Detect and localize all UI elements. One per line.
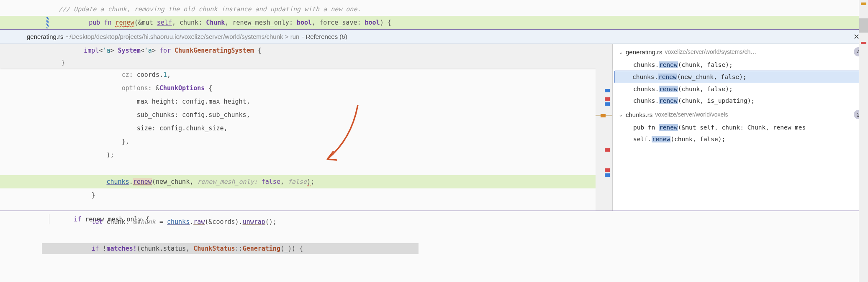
editor-scrollbar[interactable] — [859, 0, 868, 282]
code-line-highlighted-match[interactable]: chunks.renew(new_chunk, renew_mesh_only:… — [0, 175, 612, 188]
type-bool: bool — [297, 19, 312, 26]
keyword-for: for — [159, 47, 175, 54]
type-chunk: Chunk — [206, 19, 225, 26]
code-line[interactable]: if !matches!(chunk.status, ChunkStatus::… — [0, 242, 612, 255]
variant-generating: Generating — [243, 245, 280, 252]
reference-item[interactable]: chunks.renew(chunk, false); — [613, 59, 868, 71]
code-line[interactable]: options: &ChunkOptions { — [0, 81, 612, 95]
marker-error[interactable] — [605, 97, 610, 101]
field-label: cz — [122, 71, 129, 79]
code-line[interactable]: }, — [0, 135, 612, 148]
marker-error[interactable] — [605, 168, 610, 172]
self-param: self — [157, 19, 172, 26]
reference-match-highlight: renew — [658, 74, 677, 80]
reference-text-pre: chunks. — [633, 61, 659, 68]
reference-match-highlight: renew — [659, 61, 678, 68]
struct-field: max_height: config.max_height, — [137, 98, 250, 105]
scroll-marker-warning[interactable] — [861, 3, 866, 5]
reference-group-header[interactable]: ⌄generating.rsvoxelize/server/world/syst… — [613, 44, 868, 59]
punct: ); — [107, 151, 114, 159]
inlay-hint: renew_mesh_only: — [197, 178, 262, 185]
struct-field: size: config.chunk_size, — [137, 124, 228, 132]
call-renew: renew — [133, 178, 152, 185]
definition-preview: /// Update a chunk, removing the old chu… — [0, 0, 868, 29]
keyword-if: if — [91, 245, 99, 252]
ref-mut: &mut — [138, 19, 157, 26]
blank-line[interactable] — [0, 162, 612, 175]
scrollbar-thumb[interactable] — [859, 18, 868, 33]
code-line[interactable]: sub_chunks: config.sub_chunks, — [0, 108, 612, 122]
inlay-hint-type: : &Chunk — [126, 218, 156, 226]
op-not: ! — [99, 245, 106, 252]
reference-item[interactable]: chunks.renew(chunk, false); — [613, 83, 868, 95]
param-sep: , force_save: — [312, 19, 365, 26]
code-body[interactable]: cz: coords.1, options: &ChunkOptions { m… — [0, 68, 612, 255]
punct: . — [190, 218, 193, 226]
punct: }, — [122, 138, 129, 145]
call-unwrap: unwrap — [243, 218, 265, 226]
punct: , — [167, 71, 171, 79]
code-line-signature[interactable]: pub fn renew(&mut self, chunk: Chunk, re… — [0, 16, 868, 29]
reference-group-file: chunks.rs — [626, 111, 652, 118]
reference-item[interactable]: pub fn renew(&mut self, chunk: Chunk, re… — [613, 122, 868, 133]
code-line[interactable]: ); — [0, 148, 612, 162]
punct: = — [156, 218, 167, 226]
references-split: impl<'a> System<'a> for ChunkGeneratingS… — [0, 44, 868, 211]
sticky-scroll-line-1[interactable]: impl<'a> System<'a> for ChunkGeneratingS… — [0, 44, 612, 57]
punct: ; — [311, 178, 314, 185]
minimap-gutter[interactable] — [596, 44, 612, 211]
code-line[interactable]: let chunk: &Chunk = chunks.raw(&coords).… — [0, 215, 612, 229]
bool-false: false — [262, 178, 280, 185]
reference-text-pre: chunks. — [633, 97, 659, 104]
punct: } — [61, 59, 65, 66]
blank-line[interactable] — [0, 202, 612, 215]
punct: { — [205, 84, 212, 92]
marker-warning[interactable] — [601, 114, 606, 117]
field-label: options — [122, 84, 148, 92]
type-chunkoptions: ChunkOptions — [159, 84, 205, 92]
param-sep: , renew_mesh_only: — [225, 19, 297, 26]
call-raw: raw — [193, 218, 205, 226]
args: (chunk.status, — [137, 245, 193, 252]
punct: (); — [265, 218, 277, 226]
punct: > — [152, 47, 159, 54]
type-bool: bool — [365, 19, 380, 26]
reference-match-highlight: renew — [659, 124, 678, 131]
editor-root: /// Update a chunk, removing the old chu… — [0, 0, 868, 282]
type-chunkstatus: ChunkStatus — [193, 245, 235, 252]
scroll-marker-error[interactable] — [861, 42, 866, 44]
punct: ( — [134, 19, 138, 26]
marker-info[interactable] — [605, 89, 610, 92]
punct: . — [129, 178, 133, 185]
keyword-fn: fn — [104, 19, 111, 26]
reference-item[interactable]: self.renew(chunk, false); — [613, 133, 868, 145]
reference-text-post: (&mut self, chunk: Chunk, renew_mes — [678, 124, 806, 131]
punct: :: — [235, 245, 243, 252]
reference-text-post: (chunk, is_updating); — [678, 97, 755, 104]
marker-info[interactable] — [605, 102, 610, 106]
paren-error: ) — [307, 178, 311, 186]
code-line[interactable]: cz: coords.1, — [0, 68, 612, 81]
reference-text-pre: pub fn — [633, 124, 659, 131]
code-line[interactable]: max_height: config.max_height, — [0, 95, 612, 108]
keyword-let: let — [91, 218, 103, 226]
reference-group-path: voxelize/server/world/systems/ch… — [665, 48, 757, 55]
struct-field: sub_chunks: config.sub_chunks, — [137, 111, 250, 119]
param-sep: , chunk: — [172, 19, 206, 26]
reference-group-header[interactable]: ⌄chunks.rsvoxelize/server/world/voxels2 — [613, 107, 868, 122]
blank-line[interactable] — [0, 229, 612, 242]
chevron-down-icon: ⌄ — [619, 49, 623, 55]
reference-item[interactable]: chunks.renew(new_chunk, false); — [614, 71, 866, 83]
reference-group-path: voxelize/server/world/voxels — [655, 111, 728, 118]
reference-item[interactable]: chunks.renew(chunk, is_updating); — [613, 95, 868, 107]
code-line[interactable]: } — [0, 188, 612, 202]
punct: , — [280, 178, 288, 185]
marker-info[interactable] — [605, 173, 610, 177]
type-chunkgeneratingsystem: ChunkGeneratingSystem — [175, 47, 254, 54]
references-code-view[interactable]: impl<'a> System<'a> for ChunkGeneratingS… — [0, 44, 613, 211]
punct: ) — [380, 19, 384, 26]
code-line[interactable]: size: config.chunk_size, — [0, 122, 612, 135]
reference-text-pre: self. — [633, 136, 652, 142]
marker-error[interactable] — [605, 148, 610, 152]
var-chunks: chunks — [167, 218, 190, 226]
